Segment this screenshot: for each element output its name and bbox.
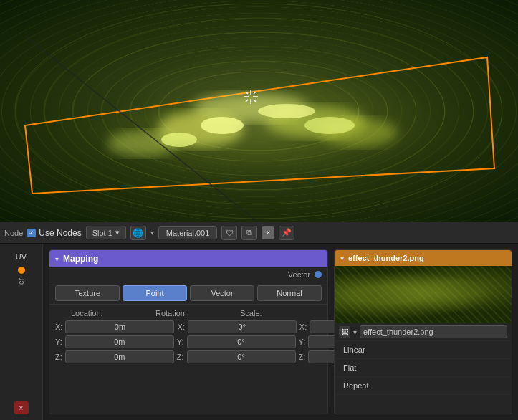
x-scale-label: X: [299,323,307,331]
rotation-col-header: Rotation: [155,309,237,318]
rot-z-input[interactable] [187,350,296,363]
shield-icon[interactable]: 🛡 [221,226,237,240]
scale-col-header: Scale: [240,309,322,318]
flat-row: Flat [335,359,512,377]
normal-type-button[interactable]: Normal [257,285,322,301]
x-rot-label: X: [177,323,184,331]
image-icon: 🖼 [339,326,350,338]
bottom-panel: Node ✓ Use Nodes Slot 1 ▾ 🌐 ▾ Material.0… [0,222,518,420]
texture-type-button[interactable]: Texture [55,285,120,301]
dropdown-arrow-icon: ▾ [353,328,357,336]
slot-dropdown[interactable]: Slot 1 ▾ [86,226,126,239]
viewport-svg [0,0,518,222]
vector-label: Vector [288,270,310,279]
repeat-label[interactable]: Repeat [339,379,373,392]
remove-node-icon: × [19,404,24,412]
mapping-header: ▾ Mapping [49,250,327,267]
er-label: er [17,278,25,285]
main-content: UV er × ▾ Mapping Vector Texture Point [0,244,518,420]
filename-row: 🖼 ▾ effect_thunder2.png [335,323,512,341]
repeat-row: Repeat [335,377,512,395]
rot-y-input[interactable] [187,335,296,348]
slot-label: Slot 1 [92,229,112,237]
rot-x-input[interactable] [188,320,297,333]
top-bar: Node ✓ Use Nodes Slot 1 ▾ 🌐 ▾ Material.0… [0,222,518,244]
y-axis-label: Y: [55,338,62,346]
loc-x-input[interactable] [65,320,174,333]
filename-label[interactable]: effect_thunder2.png [360,325,507,338]
material-label: Material.001 [166,229,210,237]
loc-y-input[interactable] [65,335,174,348]
fields-grid: Location: Rotation: Scale: X: X: X: Y: [49,305,327,370]
linear-label[interactable]: Linear [339,343,370,356]
remove-node-button[interactable]: × [14,401,29,414]
slot-chevron-icon: ▾ [115,228,120,237]
loc-z-input[interactable] [65,350,174,363]
svg-point-16 [304,117,355,134]
use-nodes-container[interactable]: ✓ Use Nodes [27,228,81,238]
use-nodes-checkbox[interactable]: ✓ [27,229,36,237]
vector-row: Vector [49,267,327,282]
svg-point-13 [201,117,244,134]
x-field-row: X: X: X: [55,320,322,333]
texture-node-title: effect_thunder2.png [348,254,424,262]
texture-node-header: ▾ effect_thunder2.png [335,250,512,266]
mapping-title: Mapping [63,254,98,264]
mapping-arrow-icon: ▾ [55,255,59,263]
z-axis-label: Z: [55,353,62,361]
vector-dot [315,271,322,278]
pin-icon[interactable]: 📌 [279,226,294,240]
y-scale-label: Y: [299,338,306,346]
z-field-row: Z: Z: Z: [55,350,322,363]
type-button-row: Texture Point Vector Normal [49,282,327,305]
y-rot-label: Y: [177,338,184,346]
texture-node-panel: ▾ effect_thunder2.png 🖼 ▾ effect_thunder… [334,249,512,414]
globe-icon[interactable]: 🌐 [130,226,146,240]
mapping-panel: ▾ Mapping Vector Texture Point Vector No… [49,249,328,414]
left-sidebar: UV er × [0,244,43,420]
texture-preview [335,266,512,323]
copy-icon[interactable]: ⧉ [241,226,257,240]
location-col-header: Location: [55,309,153,318]
svg-point-14 [258,104,315,118]
field-header-row: Location: Rotation: Scale: [55,309,322,318]
x-axis-label: X: [55,323,62,331]
linear-row: Linear [335,341,512,359]
svg-point-15 [161,133,197,147]
use-nodes-label: Use Nodes [39,228,81,238]
uv-dot [18,267,25,274]
z-scale-label: Z: [299,353,306,361]
flat-label[interactable]: Flat [339,361,360,374]
viewport [0,0,518,222]
remove-button[interactable]: × [262,226,274,239]
node-label: Node [4,229,23,237]
slot-arrow-icon: ▾ [150,229,154,237]
z-rot-label: Z: [177,353,184,361]
vector-type-button[interactable]: Vector [190,285,254,301]
point-type-button[interactable]: Point [123,285,187,301]
uv-label: UV [16,252,27,261]
material-dropdown[interactable]: Material.001 [158,226,218,239]
y-field-row: Y: Y: Y: [55,335,322,348]
texture-arrow-icon: ▾ [340,254,344,262]
